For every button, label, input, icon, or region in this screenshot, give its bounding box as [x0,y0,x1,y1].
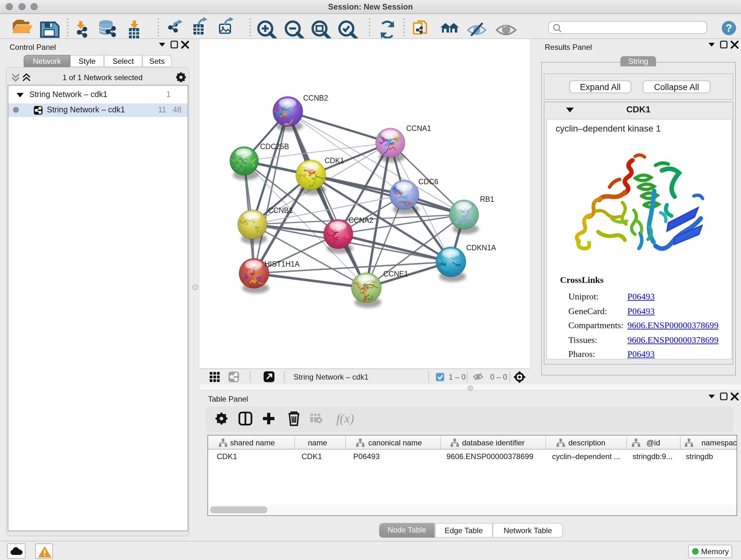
svg-text:CCNE1: CCNE1 [383,269,408,278]
svg-text:CDKN1A: CDKN1A [466,243,496,252]
svg-text:name: name [308,438,327,447]
svg-text:CCNB1: CCNB1 [268,206,293,214]
svg-text:namespac: namespac [701,438,736,447]
svg-text:canonical name: canonical name [368,438,421,447]
svg-text:1 – 0: 1 – 0 [449,372,466,381]
svg-text:RB1: RB1 [480,195,494,203]
svg-text:shared name: shared name [230,438,274,447]
svg-text:CCNA1: CCNA1 [406,124,431,132]
svg-text:String Network – cdk1: String Network – cdk1 [293,372,368,381]
svg-text:CDC6: CDC6 [418,177,439,186]
svg-text:f(x): f(x) [336,411,354,426]
svg-text:CCNB2: CCNB2 [303,94,328,102]
svg-text:CDK1: CDK1 [325,156,344,165]
svg-text:1 of 1 Network selected: 1 of 1 Network selected [63,73,143,81]
svg-text:@id: @id [646,438,660,447]
svg-text:HIST1H1A: HIST1H1A [265,260,300,268]
svg-text:?: ? [726,21,732,34]
svg-text:description: description [568,438,605,447]
svg-text:CCNA2: CCNA2 [348,216,374,224]
svg-text:CDC25B: CDC25B [260,142,289,150]
svg-text:0 – 0: 0 – 0 [490,372,507,381]
svg-text:database identifier: database identifier [462,438,524,447]
